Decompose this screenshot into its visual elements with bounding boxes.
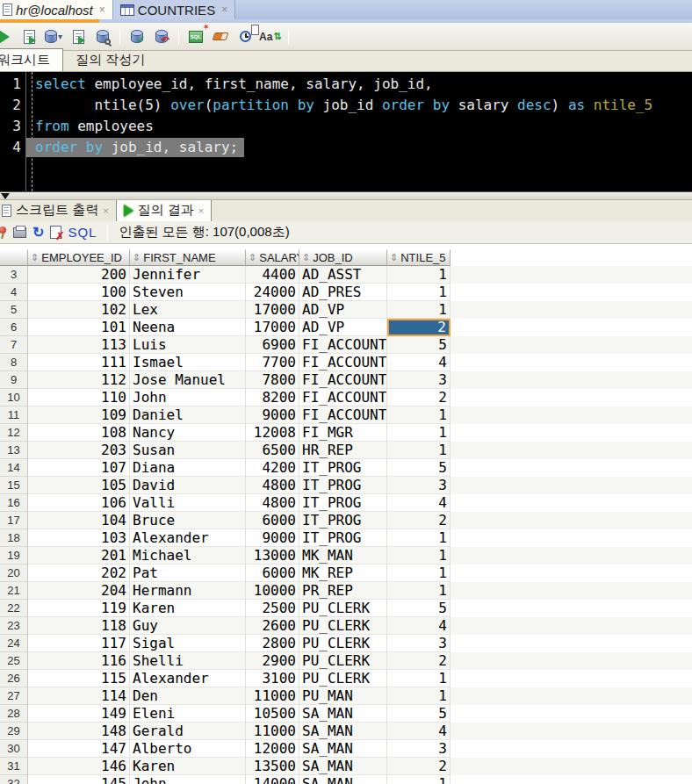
- rollback-icon[interactable]: ↶: [151, 26, 172, 47]
- cell-salary[interactable]: 2900: [246, 652, 299, 670]
- cell-ntile_5[interactable]: 1: [387, 424, 451, 442]
- cell-employee_id[interactable]: 108: [28, 424, 130, 442]
- cell-salary[interactable]: 6900: [246, 336, 299, 354]
- cell-ntile_5[interactable]: 1: [387, 442, 451, 459]
- sql-link[interactable]: SQL: [68, 225, 97, 240]
- cell-employee_id[interactable]: 100: [28, 284, 130, 301]
- cell-job_id[interactable]: AD_ASST: [299, 266, 387, 284]
- cell-ntile_5[interactable]: 1: [387, 670, 451, 687]
- editor-code[interactable]: select employee_id, first_name, salary, …: [35, 74, 692, 158]
- collapse-arrow-icon[interactable]: [1, 193, 10, 199]
- cell-employee_id[interactable]: 204: [28, 582, 130, 600]
- tab-countries-table[interactable]: COUNTRIES ×: [113, 0, 235, 19]
- change-case-icon[interactable]: Aa⇅: [259, 26, 282, 47]
- cell-ntile_5[interactable]: 1: [387, 266, 451, 284]
- cell-job_id[interactable]: MK_REP: [299, 565, 387, 582]
- cell-employee_id[interactable]: 101: [28, 319, 130, 336]
- cell-employee_id[interactable]: 119: [28, 600, 130, 617]
- cell-first_name[interactable]: Den: [130, 687, 246, 705]
- cell-job_id[interactable]: PU_CLERK: [299, 670, 387, 687]
- cell-first_name[interactable]: Sigal: [130, 635, 246, 652]
- row-number-cell[interactable]: 6: [0, 319, 28, 336]
- cell-first_name[interactable]: Bruce: [130, 512, 246, 529]
- cell-job_id[interactable]: FI_ACCOUNT: [299, 336, 387, 354]
- cell-employee_id[interactable]: 109: [28, 406, 130, 424]
- cell-ntile_5[interactable]: 3: [387, 477, 451, 494]
- cell-ntile_5[interactable]: 2: [387, 758, 451, 775]
- cell-ntile_5[interactable]: 4: [387, 617, 451, 635]
- cell-employee_id[interactable]: 112: [28, 371, 130, 389]
- cell-ntile_5[interactable]: 5: [387, 705, 451, 723]
- cell-job_id[interactable]: FI_ACCOUNT: [299, 389, 387, 406]
- column-header-first_name[interactable]: ⇕FIRST_NAME: [130, 249, 246, 266]
- close-icon[interactable]: ×: [99, 4, 105, 16]
- cell-first_name[interactable]: Gerald: [130, 723, 246, 740]
- cell-salary[interactable]: 2600: [246, 617, 299, 635]
- row-number-cell[interactable]: 4: [0, 284, 28, 301]
- cell-employee_id[interactable]: 106: [28, 494, 130, 512]
- cell-first_name[interactable]: Shelli: [130, 652, 246, 670]
- print-icon[interactable]: [13, 227, 26, 238]
- cell-ntile_5[interactable]: 3: [387, 635, 451, 652]
- clear-icon[interactable]: [210, 26, 231, 47]
- cell-employee_id[interactable]: 102: [28, 301, 130, 319]
- cell-employee_id[interactable]: 203: [28, 442, 130, 459]
- row-number-cell[interactable]: 9: [0, 371, 28, 389]
- cell-ntile_5[interactable]: 1: [387, 582, 451, 600]
- cell-first_name[interactable]: Steven: [130, 284, 246, 301]
- tab-query-builder[interactable]: 질의 작성기: [63, 49, 157, 71]
- cell-salary[interactable]: 11000: [246, 687, 299, 705]
- cell-ntile_5[interactable]: 2: [387, 652, 451, 670]
- cell-job_id[interactable]: SA_MAN: [299, 775, 387, 784]
- cell-ntile_5[interactable]: 1: [387, 301, 451, 319]
- cell-first_name[interactable]: Nancy: [130, 424, 246, 442]
- row-number-cell[interactable]: 29: [0, 723, 28, 740]
- cell-ntile_5[interactable]: 5: [387, 600, 451, 617]
- row-number-cell[interactable]: 16: [0, 494, 28, 512]
- cell-employee_id[interactable]: 146: [28, 758, 130, 775]
- code-line[interactable]: select employee_id, first_name, salary, …: [35, 74, 692, 95]
- delete-result-icon[interactable]: ✗: [50, 226, 61, 239]
- cell-salary[interactable]: 4800: [246, 494, 299, 512]
- pin-icon[interactable]: [0, 227, 7, 239]
- row-number-cell[interactable]: 27: [0, 687, 28, 705]
- cell-salary[interactable]: 4400: [246, 266, 299, 284]
- row-number-cell[interactable]: 8: [0, 354, 28, 371]
- cell-ntile_5[interactable]: 5: [387, 336, 451, 354]
- cell-ntile_5[interactable]: 1: [387, 529, 451, 547]
- cell-first_name[interactable]: Valli: [130, 494, 246, 512]
- tab-worksheet-connection[interactable]: hr@localhost ×: [0, 0, 113, 19]
- column-header-job_id[interactable]: ⇕JOB_ID: [299, 249, 387, 266]
- cell-job_id[interactable]: PU_CLERK: [299, 652, 387, 670]
- cell-salary[interactable]: 9000: [246, 529, 299, 547]
- code-line[interactable]: from employees: [35, 116, 692, 137]
- cell-first_name[interactable]: Karen: [130, 758, 246, 775]
- cell-employee_id[interactable]: 103: [28, 529, 130, 547]
- cell-job_id[interactable]: FI_MGR: [299, 424, 387, 442]
- tab-script-output[interactable]: 스크립트 출력 ×: [0, 199, 116, 221]
- cell-first_name[interactable]: Diana: [130, 459, 246, 477]
- cell-job_id[interactable]: SA_MAN: [299, 740, 387, 758]
- cell-salary[interactable]: 12000: [246, 740, 299, 758]
- row-number-cell[interactable]: 30: [0, 740, 28, 758]
- cell-job_id[interactable]: MK_MAN: [299, 547, 387, 565]
- cell-salary[interactable]: 12008: [246, 424, 299, 442]
- explain-plan-icon[interactable]: [68, 26, 89, 47]
- cell-first_name[interactable]: Guy: [130, 617, 246, 635]
- cell-first_name[interactable]: Daniel: [130, 406, 246, 424]
- cell-ntile_5[interactable]: 1: [387, 406, 451, 424]
- cell-ntile_5[interactable]: 3: [387, 740, 451, 758]
- row-number-cell[interactable]: 23: [0, 617, 28, 635]
- cell-first_name[interactable]: Jennifer: [130, 266, 246, 284]
- cell-ntile_5[interactable]: 1: [387, 775, 451, 784]
- cell-salary[interactable]: 8200: [246, 389, 299, 406]
- cell-job_id[interactable]: SA_MAN: [299, 723, 387, 740]
- row-number-cell[interactable]: 15: [0, 477, 28, 494]
- cell-job_id[interactable]: AD_PRES: [299, 284, 387, 301]
- cell-employee_id[interactable]: 105: [28, 477, 130, 494]
- sql-history-icon[interactable]: [234, 26, 256, 47]
- cell-job_id[interactable]: PU_CLERK: [299, 635, 387, 652]
- cell-ntile_5[interactable]: 4: [387, 494, 451, 512]
- cell-first_name[interactable]: Neena: [130, 319, 246, 336]
- cell-job_id[interactable]: IT_PROG: [299, 512, 387, 529]
